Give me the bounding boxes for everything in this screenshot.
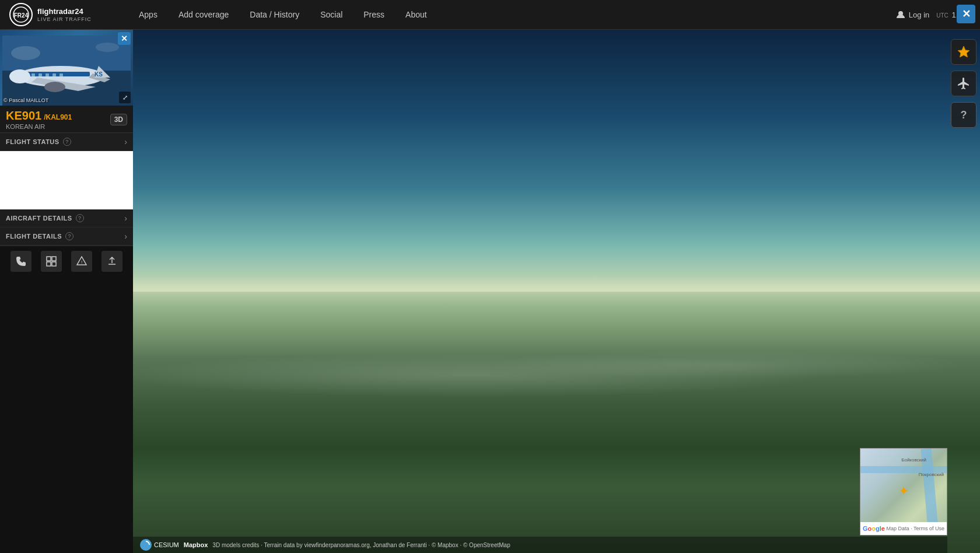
nav-item-social[interactable]: Social (310, 0, 353, 30)
mini-map-footer: Google Map Data · Terms of Use (860, 522, 947, 535)
nav-item-apps[interactable]: Apps (128, 0, 168, 30)
flight-code: KE901 /KAL901 (6, 109, 72, 123)
svg-text:FR24: FR24 (14, 12, 29, 19)
bottom-credits: CESIUM Mapbox 3D models credits · Terrai… (133, 537, 947, 553)
svg-rect-15 (38, 74, 42, 76)
alert-button[interactable]: ! (71, 251, 92, 272)
svg-rect-22 (47, 262, 51, 266)
flight-id-section: KE901 /KAL901 KOREAN AIR 3D (0, 106, 133, 133)
svg-point-13 (9, 69, 30, 83)
nav-item-press[interactable]: Press (353, 0, 395, 30)
mini-map-label-1: Бойковский (901, 457, 926, 463)
mini-map-data-label: Map Data · Terms of Use (887, 526, 944, 531)
credits-text: 3D models credits · Terrain data by view… (212, 542, 510, 548)
svg-rect-16 (46, 74, 49, 76)
svg-point-5 (11, 46, 40, 60)
help-button[interactable]: ? (951, 102, 977, 128)
notification-button[interactable] (951, 39, 977, 65)
svg-text:!: ! (81, 260, 82, 265)
svg-point-11 (44, 82, 65, 92)
share-button[interactable] (102, 251, 123, 272)
action-buttons: ! (0, 246, 133, 276)
nav-item-add-coverage[interactable]: Add coverage (168, 0, 239, 30)
badge-3d[interactable]: 3D (110, 114, 127, 125)
photo-credit: © Pascal MAILLOT (4, 97, 48, 103)
svg-rect-18 (60, 74, 63, 76)
panel-rest (0, 276, 133, 553)
aircraft-details-title: AIRCRAFT DETAILS (6, 215, 72, 222)
flight-status-help-icon[interactable]: ? (63, 138, 71, 146)
flight-photo: KS ✕ © Pascal MAILLOT ⤢ (0, 30, 133, 106)
svg-point-6 (96, 43, 119, 52)
photo-background: KS (0, 30, 133, 106)
flight-number: KE901 (6, 109, 41, 123)
cesium-logo: CESIUM (140, 539, 179, 551)
cesium-icon (140, 539, 152, 551)
airplane-image: KS (2, 36, 131, 100)
login-label: Log in (909, 10, 929, 19)
nav-item-about[interactable]: About (395, 0, 438, 30)
svg-rect-17 (52, 74, 56, 76)
aircraft-details-help-icon[interactable]: ? (76, 214, 84, 222)
mini-map-label-2: Покровский (919, 472, 944, 477)
airline-name: KOREAN AIR (6, 123, 72, 130)
svg-rect-23 (52, 262, 56, 266)
svg-rect-20 (47, 257, 51, 261)
svg-text:KS: KS (94, 71, 103, 78)
flight-details-chevron: › (124, 232, 127, 241)
aircraft-details-section[interactable]: AIRCRAFT DETAILS ? › (0, 209, 133, 228)
status-content (0, 151, 133, 209)
nav-items: Apps Add coverage Data / History Social … (128, 0, 896, 30)
left-panel: KS ✕ © Pascal MAILLOT ⤢ KE901 /KAL901 KO… (0, 30, 133, 553)
logo-circle: FR24 (9, 3, 33, 26)
mini-map-pin: ✦ (898, 484, 909, 499)
aircraft-details-chevron: › (124, 214, 127, 223)
navbar: FR24 flightradar24 LIVE AIR TRAFFIC Apps… (0, 0, 980, 30)
flight-status-chevron: › (124, 137, 127, 146)
nav-item-data-history[interactable]: Data / History (239, 0, 310, 30)
mini-map-google-logo: Google (863, 525, 885, 532)
flight-iata-code: /KAL901 (44, 113, 72, 121)
terrain-detail (133, 323, 980, 427)
mini-map[interactable]: ✦ Бойковский Покровский Google Map Data … (860, 448, 947, 536)
photo-close-button[interactable]: ✕ (118, 32, 131, 45)
close-top-right-button[interactable]: ✕ (957, 5, 975, 23)
main-3d-view[interactable] (133, 30, 980, 553)
logo-sub: LIVE AIR TRAFFIC (37, 16, 92, 22)
sky-layer (133, 30, 980, 317)
flight-details-section[interactable]: FLIGHT DETAILS ? › (0, 228, 133, 246)
right-buttons: ? (947, 30, 980, 553)
login-button[interactable]: Log in (896, 10, 929, 19)
svg-marker-25 (958, 46, 970, 57)
phone-button[interactable] (10, 251, 32, 272)
logo[interactable]: FR24 flightradar24 LIVE AIR TRAFFIC (0, 3, 128, 26)
logo-text: flightradar24 (37, 7, 92, 16)
expand-button[interactable] (41, 251, 62, 272)
svg-rect-14 (32, 74, 35, 76)
flight-status-section[interactable]: FLIGHT STATUS ? › (0, 133, 133, 151)
photo-expand-button[interactable]: ⤢ (119, 92, 131, 103)
airplane-button[interactable] (951, 71, 977, 96)
flight-details-help-icon[interactable]: ? (65, 232, 74, 240)
flight-details-title: FLIGHT DETAILS (6, 233, 62, 240)
utc-label: UTC (936, 12, 949, 19)
flight-status-title: FLIGHT STATUS (6, 138, 60, 145)
airplane-svg: KS (2, 36, 131, 106)
svg-rect-21 (52, 257, 56, 261)
cesium-label: CESIUM (154, 541, 179, 548)
mapbox-logo: Mapbox (184, 541, 208, 548)
